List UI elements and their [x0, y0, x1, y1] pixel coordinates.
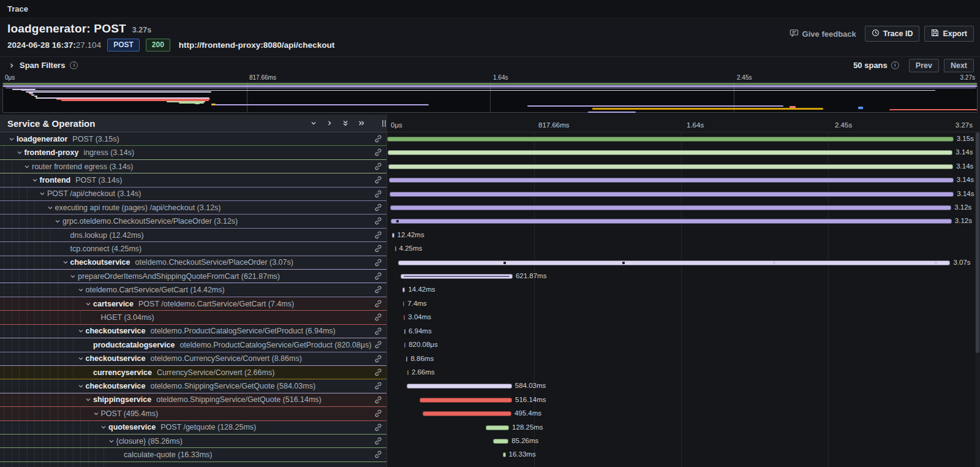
span-name-cell[interactable]: POST /api/checkout (3.14s) [0, 188, 387, 201]
span-link-icon[interactable] [374, 203, 383, 215]
collapse-chevron-icon[interactable] [93, 411, 101, 417]
span-link-icon[interactable] [374, 175, 383, 187]
span-link-icon[interactable] [374, 162, 383, 173]
collapse-chevron-icon[interactable] [108, 438, 116, 444]
span-bar[interactable] [387, 137, 954, 142]
span-name-cell[interactable]: productcatalogserviceoteldemo.ProductCat… [0, 338, 387, 352]
span-row[interactable]: checkoutserviceoteldemo.ShippingService/… [0, 379, 980, 393]
collapse-chevron-icon[interactable] [78, 287, 86, 293]
span-row[interactable]: router frontend egress (3.14s)3.14s [0, 160, 980, 173]
span-name-cell[interactable]: checkoutserviceoteldemo.CheckoutService/… [0, 256, 387, 270]
span-link-icon[interactable] [374, 354, 383, 366]
span-name-cell[interactable]: frontend-proxyingress (3.14s) [0, 146, 387, 159]
span-name-cell[interactable]: frontendPOST (3.14s) [0, 173, 387, 187]
span-link-icon[interactable] [374, 381, 383, 393]
collapse-chevron-icon[interactable] [9, 136, 17, 142]
span-name-cell[interactable]: dns.lookup (12.42ms) [0, 229, 387, 242]
span-filters-toggle[interactable]: Span Filters i [9, 60, 78, 71]
span-row[interactable]: POST (495.4ms)495.4ms [0, 407, 980, 420]
span-row[interactable]: quoteservicePOST /getquote (128.25ms)128… [0, 421, 980, 435]
span-link-icon[interactable] [374, 450, 383, 461]
span-bar[interactable] [503, 452, 506, 457]
span-link-icon[interactable] [374, 271, 383, 283]
span-name-cell[interactable]: executing api route (pages) /api/checkou… [0, 201, 387, 215]
collapse-chevron-icon[interactable] [24, 164, 32, 170]
span-name-cell[interactable]: checkoutserviceoteldemo.CurrencyService/… [0, 352, 387, 366]
span-row[interactable]: checkoutserviceoteldemo.CurrencyService/… [0, 352, 980, 366]
span-link-icon[interactable] [374, 244, 383, 256]
span-row[interactable]: cartservicePOST /oteldemo.CartService/Ge… [0, 297, 980, 311]
minimap-viewport[interactable] [2, 82, 978, 113]
span-link-icon[interactable] [374, 285, 383, 297]
span-bar[interactable] [395, 246, 396, 251]
span-name-cell[interactable]: quoteservicePOST /getquote (128.25ms) [0, 421, 387, 435]
span-bar[interactable] [406, 357, 408, 362]
span-row[interactable]: loadgeneratorPOST (3.15s)3.15s [0, 132, 980, 146]
span-name-cell[interactable]: {closure} (85.26ms) [0, 435, 387, 448]
collapse-chevron-icon[interactable] [100, 424, 108, 430]
collapse-chevron-icon[interactable] [55, 218, 62, 224]
span-row[interactable]: checkoutserviceoteldemo.ProductCatalogSe… [0, 325, 980, 338]
span-bar[interactable] [390, 205, 951, 210]
span-row[interactable]: calculate-quote (16.33ms)16.33ms [0, 448, 980, 461]
collapse-all-icon[interactable] [342, 120, 349, 127]
span-bar[interactable] [420, 398, 513, 403]
span-link-icon[interactable] [374, 148, 383, 159]
collapse-chevron-icon[interactable] [62, 259, 70, 265]
span-link-icon[interactable] [374, 423, 383, 435]
expand-all-icon[interactable] [358, 120, 365, 127]
span-link-icon[interactable] [374, 230, 383, 242]
span-link-icon[interactable] [374, 327, 383, 338]
span-bar[interactable] [423, 411, 511, 416]
span-row[interactable]: prepareOrderItemsAndShippingQuoteFromCar… [0, 270, 980, 283]
span-link-icon[interactable] [374, 368, 383, 379]
span-row[interactable]: tcp.connect (4.25ms)4.25ms [0, 242, 980, 256]
span-name-cell[interactable]: prepareOrderItemsAndShippingQuoteFromCar… [0, 270, 387, 283]
span-name-cell[interactable]: loadgeneratorPOST (3.15s) [0, 132, 387, 146]
span-link-icon[interactable] [374, 340, 383, 352]
collapse-chevron-icon[interactable] [39, 191, 47, 197]
column-resize-handle[interactable] [382, 120, 386, 127]
span-bar[interactable] [404, 329, 405, 334]
span-name-cell[interactable]: cartservicePOST /oteldemo.CartService/Ge… [0, 297, 387, 311]
span-link-icon[interactable] [374, 395, 383, 407]
collapse-chevron-icon[interactable] [17, 150, 24, 156]
span-bar[interactable] [391, 219, 952, 224]
span-bar[interactable] [388, 150, 952, 155]
scrollbar-thumb[interactable] [976, 132, 979, 353]
span-link-icon[interactable] [374, 299, 383, 311]
span-bar[interactable] [388, 164, 953, 169]
span-name-cell[interactable]: grpc.oteldemo.CheckoutService/PlaceOrder… [0, 215, 387, 228]
span-row[interactable]: POST /api/checkout (3.14s)3.14s [0, 188, 980, 201]
span-row[interactable]: shippingserviceoteldemo.ShippingService/… [0, 393, 980, 407]
span-name-cell[interactable]: oteldemo.CartService/GetCart (14.42ms) [0, 283, 387, 297]
span-row[interactable]: currencyserviceCurrencyService/Convert (… [0, 366, 980, 379]
span-row[interactable]: grpc.oteldemo.CheckoutService/PlaceOrder… [0, 215, 980, 228]
span-bar[interactable] [398, 260, 950, 265]
collapse-chevron-icon[interactable] [85, 301, 93, 307]
span-bar[interactable] [390, 192, 954, 197]
span-row[interactable]: checkoutserviceoteldemo.CheckoutService/… [0, 256, 980, 270]
span-bar[interactable] [389, 178, 954, 183]
span-row[interactable]: frontend-proxyingress (3.14s)3.14s [0, 146, 980, 159]
span-bar[interactable] [493, 439, 508, 444]
give-feedback-button[interactable]: Give feedback [786, 26, 860, 42]
span-row[interactable]: HGET (3.04ms)3.04ms [0, 311, 980, 324]
span-name-cell[interactable]: HGET (3.04ms) [0, 311, 387, 324]
expand-one-icon[interactable] [326, 120, 333, 127]
span-bar[interactable] [401, 274, 513, 279]
span-bar[interactable] [392, 233, 394, 238]
collapse-chevron-icon[interactable] [70, 273, 78, 279]
span-link-icon[interactable] [374, 134, 383, 146]
span-name-cell[interactable]: router frontend egress (3.14s) [0, 160, 387, 173]
span-bar[interactable] [404, 315, 405, 320]
span-name-cell[interactable]: checkoutserviceoteldemo.ShippingService/… [0, 379, 387, 393]
span-row[interactable]: frontendPOST (3.14s)3.14s [0, 173, 980, 187]
collapse-chevron-icon[interactable] [78, 383, 86, 389]
prev-span-button[interactable]: Prev [909, 59, 939, 72]
span-link-icon[interactable] [374, 436, 383, 448]
span-link-icon[interactable] [374, 313, 383, 324]
span-name-cell[interactable]: shippingserviceoteldemo.ShippingService/… [0, 393, 387, 407]
span-link-icon[interactable] [374, 189, 383, 201]
span-bar[interactable] [407, 384, 511, 389]
